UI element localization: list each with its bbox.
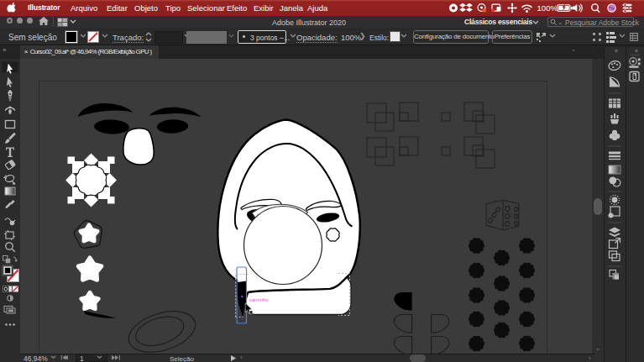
svg-text:×: ×: [241, 294, 244, 299]
svg-text:caminho: caminho: [249, 297, 269, 302]
svg-text:100%: 100%: [537, 3, 558, 13]
